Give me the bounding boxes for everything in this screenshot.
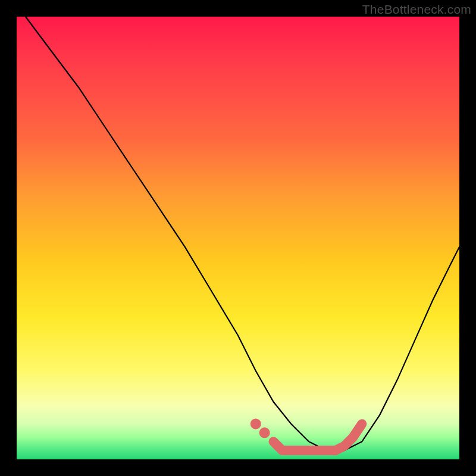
optimal-dot-1 — [250, 418, 261, 429]
chart-frame: TheBottleneck.com — [0, 0, 476, 476]
watermark-text: TheBottleneck.com — [362, 2, 471, 17]
curve-layer — [17, 17, 459, 459]
optimal-dot-2 — [259, 427, 270, 438]
optimal-range-curve — [274, 424, 362, 451]
bottleneck-curve — [26, 17, 459, 450]
plot-area — [17, 17, 459, 459]
